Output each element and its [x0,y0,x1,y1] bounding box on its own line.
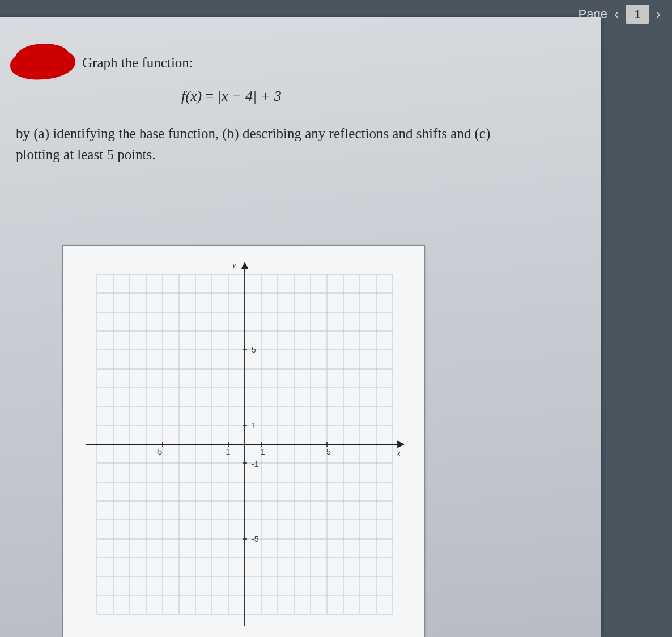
prompt-text: Graph the function: [82,52,584,74]
instructions-text: by (a) identifying the base function, (b… [16,123,497,165]
next-page-button[interactable]: › [656,6,661,22]
equation: f(x) = |x − 4| + 3 [181,85,584,107]
x-tick-1: 1 [261,447,265,456]
page-number-input[interactable]: 1 [626,5,649,24]
prev-page-button[interactable]: ‹ [614,6,619,22]
coordinate-grid: y x -5 -1 1 5 5 1 -1 -5 [80,257,409,631]
y-tick-neg1: -1 [252,460,259,469]
svg-marker-38 [398,441,403,447]
x-axis-label: x [396,448,401,457]
svg-marker-39 [242,263,248,269]
x-tick-neg1: -1 [223,447,231,456]
y-tick-neg5: -5 [252,534,259,543]
y-tick-1: 1 [252,421,256,430]
problem-statement: Graph the function: f(x) = |x − 4| + 3 b… [11,52,584,165]
graph-area: y x -5 -1 1 5 5 1 -1 -5 [62,245,425,638]
y-tick-5: 5 [252,345,256,354]
x-tick-neg5: -5 [155,447,163,456]
x-tick-5: 5 [326,447,331,456]
document-page: Graph the function: f(x) = |x − 4| + 3 b… [0,17,601,637]
y-axis-label: y [231,260,236,269]
